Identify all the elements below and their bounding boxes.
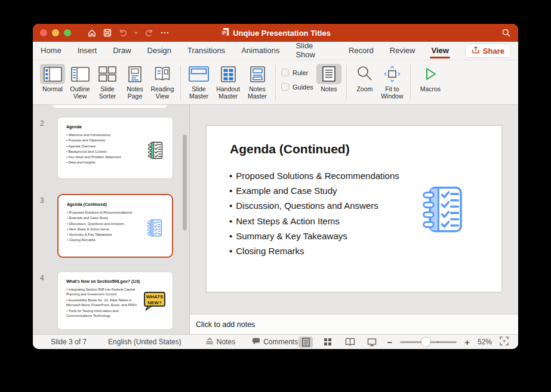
zoom-slider-tick xyxy=(437,341,439,343)
redo-icon[interactable] xyxy=(144,28,154,38)
tab-transitions[interactable]: Transitions xyxy=(187,42,225,60)
handout-master-button[interactable]: Handout Master xyxy=(213,64,244,100)
handout-master-icon xyxy=(216,64,241,84)
thumb-bullets: Proposed Solutions & Recommendations Exa… xyxy=(67,210,146,243)
svg-text:NEW?: NEW? xyxy=(147,300,162,305)
outline-view-icon xyxy=(67,64,93,84)
tab-insert[interactable]: Insert xyxy=(78,42,97,60)
slide-4-thumbnail[interactable]: What's New on Section508.gov? (1/3) Inte… xyxy=(57,271,173,330)
svg-text:P: P xyxy=(222,30,226,36)
tab-view[interactable]: View xyxy=(431,42,448,60)
thumb-bullets: Welcome and Introductions Purpose and Ob… xyxy=(66,132,145,166)
current-slide[interactable]: Agenda (Continued) Proposed Solutions & … xyxy=(206,125,502,292)
notes-toggle-statusbar[interactable]: Notes xyxy=(205,338,235,347)
thumbnail-scrollbar[interactable] xyxy=(183,135,187,230)
more-icon[interactable] xyxy=(159,28,170,38)
slide-number: 2 xyxy=(40,119,44,128)
powerpoint-icon: P xyxy=(220,27,229,38)
slide-thumbnail-panel: 2 Agenda Welcome and Introductions Purpo… xyxy=(33,105,190,334)
ruler-checkbox[interactable]: Ruler xyxy=(281,69,313,76)
ribbon-tab-bar: Home Insert Draw Design Transitions Anim… xyxy=(33,42,518,60)
svg-text:WHATS: WHATS xyxy=(146,294,164,300)
notebook-checklist-blue-icon xyxy=(147,219,164,239)
ribbon-divider xyxy=(180,65,181,100)
tab-design[interactable]: Design xyxy=(147,42,171,60)
ribbon-divider xyxy=(410,65,411,100)
slide-indicator: Slide 3 of 7 xyxy=(51,338,87,346)
zoom-slider-thumb[interactable] xyxy=(421,338,430,347)
ruler-checkbox-box[interactable] xyxy=(281,69,289,76)
zoom-in-button[interactable]: + xyxy=(464,338,470,347)
main-editing-area: Agenda (Continued) Proposed Solutions & … xyxy=(190,105,518,334)
ribbon-divider xyxy=(346,65,347,100)
slide-3-thumbnail[interactable]: Agenda (Continued) Proposed Solutions & … xyxy=(57,194,173,258)
slide-master-icon xyxy=(186,64,211,84)
guides-checkbox-box[interactable] xyxy=(281,83,289,91)
tab-review[interactable]: Review xyxy=(390,42,415,60)
slide-sorter-view-switcher[interactable] xyxy=(321,337,335,348)
slide-2-thumbnail[interactable]: Agenda Welcome and Introductions Purpose… xyxy=(57,117,173,179)
outline-view-button[interactable]: Outline View xyxy=(66,64,94,100)
tab-animations[interactable]: Animations xyxy=(241,42,279,60)
zoom-slider[interactable] xyxy=(400,341,457,343)
tab-record[interactable]: Record xyxy=(349,42,374,60)
macros-button[interactable]: Macros xyxy=(415,64,446,92)
fullscreen-button[interactable] xyxy=(64,29,71,36)
thumb-title: Agenda (Continued) xyxy=(67,202,167,206)
tab-slide-show[interactable]: Slide Show xyxy=(295,42,332,60)
slide-1-thumbnail-partial[interactable] xyxy=(52,105,168,109)
slide-number: 3 xyxy=(40,196,44,205)
window-title: P Unqiue Presentation Titles xyxy=(220,27,331,38)
reading-view-switcher[interactable] xyxy=(343,337,357,348)
save-icon[interactable] xyxy=(102,28,112,38)
thumb-title: What's New on Section508.gov? (1/3) xyxy=(66,279,168,283)
thumb-bullets: Integrating Section 508 into Federal Cap… xyxy=(66,287,139,318)
zoom-percent[interactable]: 52% xyxy=(478,338,492,346)
ribbon: Normal Outline View Slide Sorter Notes P… xyxy=(33,60,518,105)
notebook-checklist-green-icon xyxy=(148,141,164,162)
slide-sorter-button[interactable]: Slide Sorter xyxy=(94,64,121,100)
normal-view-switcher[interactable] xyxy=(298,337,313,348)
home-icon[interactable] xyxy=(87,28,97,38)
fit-to-window-button[interactable]: Fit to Window xyxy=(378,64,406,100)
notes-page-icon xyxy=(122,64,147,84)
fit-to-window-icon xyxy=(380,64,405,84)
close-button[interactable] xyxy=(40,29,47,36)
ribbon-divider xyxy=(275,65,276,100)
notebook-checklist-blue-icon[interactable] xyxy=(423,186,467,236)
notes-page-button[interactable]: Notes Page xyxy=(121,64,149,100)
slide-sorter-icon xyxy=(95,64,120,84)
notes-pane[interactable]: Click to add notes xyxy=(190,314,518,334)
notes-master-button[interactable]: Notes Master xyxy=(244,64,271,100)
slide-master-button[interactable]: Slide Master xyxy=(185,64,213,100)
slide-number: 4 xyxy=(40,274,44,282)
slide-bullet: Proposed Solutions & Recommendations xyxy=(229,168,501,183)
search-icon[interactable] xyxy=(501,28,511,38)
notes-master-icon xyxy=(245,64,270,84)
traffic-lights xyxy=(40,29,71,36)
slideshow-view-switcher[interactable] xyxy=(365,337,379,348)
undo-dropdown-icon[interactable] xyxy=(133,28,138,38)
share-icon xyxy=(472,46,480,55)
comments-toggle-statusbar[interactable]: Comments xyxy=(252,337,298,347)
undo-icon[interactable] xyxy=(118,28,128,38)
share-button[interactable]: Share xyxy=(465,44,511,58)
reading-view-button[interactable]: Reading View xyxy=(149,64,176,100)
minimize-button[interactable] xyxy=(52,29,59,36)
status-bar: Slide 3 of 7 English (United States) Not… xyxy=(33,334,518,349)
slide-canvas: Agenda (Continued) Proposed Solutions & … xyxy=(190,105,518,314)
zoom-button[interactable]: Zoom xyxy=(351,64,378,92)
language-selector[interactable]: English (United States) xyxy=(108,338,181,346)
notes-toggle-button[interactable]: Notes xyxy=(316,64,342,92)
guides-checkbox[interactable]: Guides xyxy=(281,83,313,91)
zoom-out-button[interactable]: − xyxy=(387,338,392,347)
tab-draw[interactable]: Draw xyxy=(113,42,131,60)
zoom-icon xyxy=(352,64,377,84)
notes-statusbar-icon xyxy=(205,338,214,347)
fit-slide-to-window-icon[interactable] xyxy=(500,337,509,347)
normal-view-button[interactable]: Normal xyxy=(39,64,66,92)
notes-toggle-icon xyxy=(316,64,341,84)
slide-title-textbox[interactable]: Agenda (Continued) xyxy=(230,142,501,156)
tab-home[interactable]: Home xyxy=(41,42,61,60)
thumb-title: Agenda xyxy=(66,125,168,129)
